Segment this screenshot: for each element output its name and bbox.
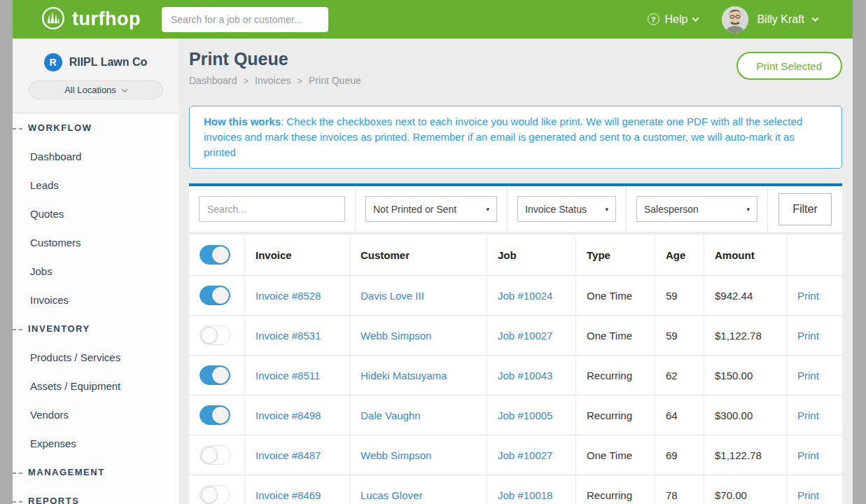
table-row: Invoice #8528 Davis Love III Job #10024 … [189, 275, 842, 315]
amount-cell: $942.44 [704, 276, 787, 315]
chevron-down-icon [812, 15, 819, 22]
row-select-toggle[interactable] [200, 365, 230, 385]
avatar [722, 6, 748, 33]
info-lead: How this works [204, 115, 281, 127]
row-select-toggle[interactable] [200, 286, 230, 305]
age-cell: 64 [655, 396, 704, 435]
row-select-toggle[interactable] [200, 326, 230, 345]
customer-link[interactable]: Dale Vaughn [361, 410, 421, 421]
print-link[interactable]: Print [797, 410, 819, 421]
breadcrumb-invoices[interactable]: Invoices [255, 75, 291, 86]
row-select-toggle[interactable] [200, 485, 230, 504]
invoice-link[interactable]: Invoice #8469 [256, 489, 321, 501]
breadcrumb-separator-icon: > [297, 76, 302, 86]
sidebar-item-assets-equipment[interactable]: Assets / Equipment [13, 372, 179, 400]
print-link[interactable]: Print [797, 330, 819, 342]
chevron-down-icon [692, 15, 699, 22]
row-select-toggle[interactable] [200, 405, 230, 425]
row-select-toggle[interactable] [200, 445, 230, 465]
nav-section-management: MANAGEMENT [13, 458, 179, 486]
sidebar-item-invoices[interactable]: Invoices [13, 286, 179, 314]
invoice-link[interactable]: Invoice #8511 [256, 370, 320, 382]
print-link[interactable]: Print [797, 449, 819, 461]
help-label: Help [665, 13, 688, 26]
invoice-link[interactable]: Invoice #8528 [256, 290, 321, 302]
help-menu[interactable]: ? Help [648, 13, 699, 26]
job-link[interactable]: Job #10043 [498, 370, 552, 382]
print-link[interactable]: Print [797, 370, 819, 382]
table-row: Invoice #8487 Webb Simpson Job #10027 On… [189, 435, 842, 475]
locations-dropdown[interactable]: All Locations [29, 80, 163, 99]
invoice-status-select[interactable]: Invoice Status ▾ [517, 196, 616, 222]
printed-status-select[interactable]: Not Printed or Sent ▾ [365, 196, 497, 222]
print-link[interactable]: Print [797, 290, 819, 302]
table-search-input[interactable] [199, 196, 345, 222]
desktop-margin-right [853, 0, 866, 504]
global-search-input[interactable] [162, 7, 328, 32]
nav-section-workflow: WORKFLOW [13, 113, 179, 142]
table-row: Invoice #8469 Lucas Glover Job #10018 Re… [189, 475, 842, 504]
age-cell: 69 [655, 435, 704, 475]
section-tick-icon [13, 472, 22, 474]
chevron-down-icon [122, 86, 127, 92]
toggle-knob [201, 486, 218, 503]
type-cell: One Time [576, 316, 655, 355]
salesperson-select[interactable]: Salesperson ▾ [636, 196, 757, 222]
turfhop-logo[interactable]: turfhop [41, 6, 141, 34]
job-link[interactable]: Job #10024 [498, 290, 552, 302]
job-link[interactable]: Job #10005 [498, 410, 552, 421]
sidebar-item-expenses[interactable]: Expenses [13, 429, 179, 458]
breadcrumb-dashboard[interactable]: Dashboard [189, 75, 237, 86]
print-selected-button[interactable]: Print Selected [736, 52, 842, 80]
type-cell: Recurring [576, 356, 655, 395]
col-header-age: Age [655, 234, 704, 275]
sidebar-item-customers[interactable]: Customers [13, 228, 179, 257]
invoice-link[interactable]: Invoice #8498 [256, 410, 321, 421]
sidebar: R RIIPL Lawn Co All Locations WORKFLOW D… [13, 38, 179, 504]
select-all-toggle[interactable] [200, 245, 230, 265]
toggle-knob [212, 287, 229, 304]
toggle-knob [212, 367, 229, 384]
col-header-job: Job [487, 234, 576, 275]
customer-link[interactable]: Webb Simpson [361, 330, 431, 342]
desktop-margin-left [0, 0, 13, 504]
age-cell: 62 [655, 356, 704, 395]
invoice-table: Invoice Customer Job Type Age Amount Inv… [189, 234, 842, 504]
customer-link[interactable]: Hideki Matsuyama [361, 370, 447, 382]
customer-link[interactable]: Lucas Glover [361, 489, 422, 501]
filter-button[interactable]: Filter [778, 193, 832, 225]
toggle-knob [212, 246, 229, 263]
customer-link[interactable]: Webb Simpson [361, 449, 431, 461]
user-menu[interactable]: Billy Kraft [722, 6, 818, 33]
customer-link[interactable]: Davis Love III [361, 290, 424, 302]
sidebar-item-products-services[interactable]: Products / Services [13, 343, 179, 372]
job-link[interactable]: Job #10027 [498, 449, 552, 461]
toggle-knob [212, 407, 229, 424]
filter-bar: Not Printed or Sent ▾ Invoice Status ▾ S… [189, 183, 842, 232]
job-link[interactable]: Job #10018 [498, 489, 552, 501]
sidebar-item-dashboard[interactable]: Dashboard [13, 142, 179, 171]
how-this-works-note: How this works: Check the checkboxes nex… [189, 106, 842, 169]
amount-cell: $70.00 [704, 475, 787, 504]
filter-search-group [189, 186, 356, 232]
nav-section-inventory: INVENTORY [13, 314, 179, 343]
table-row: Invoice #8531 Webb Simpson Job #10027 On… [189, 315, 842, 355]
invoice-status-group: Invoice Status ▾ [508, 186, 627, 232]
filter-button-group: Filter [768, 186, 842, 232]
table-row: Invoice #8498 Dale Vaughn Job #10005 Rec… [189, 395, 842, 435]
sidebar-item-vendors[interactable]: Vendors [13, 400, 179, 429]
invoice-link[interactable]: Invoice #8531 [256, 330, 321, 342]
print-link[interactable]: Print [797, 489, 819, 501]
sidebar-item-quotes[interactable]: Quotes [13, 200, 179, 228]
job-link[interactable]: Job #10027 [498, 330, 552, 342]
amount-cell: $300.00 [704, 396, 787, 435]
sidebar-item-leads[interactable]: Leads [13, 171, 179, 200]
type-cell: One Time [576, 435, 655, 475]
sidebar-item-jobs[interactable]: Jobs [13, 257, 179, 286]
locations-label: All Locations [64, 85, 116, 95]
company-switcher[interactable]: R RIIPL Lawn Co [13, 38, 179, 71]
logo-wordmark: turfhop [72, 8, 141, 30]
table-row: Invoice #8511 Hideki Matsuyama Job #1004… [189, 355, 842, 395]
section-tick-icon [13, 501, 22, 503]
invoice-link[interactable]: Invoice #8487 [256, 449, 321, 461]
